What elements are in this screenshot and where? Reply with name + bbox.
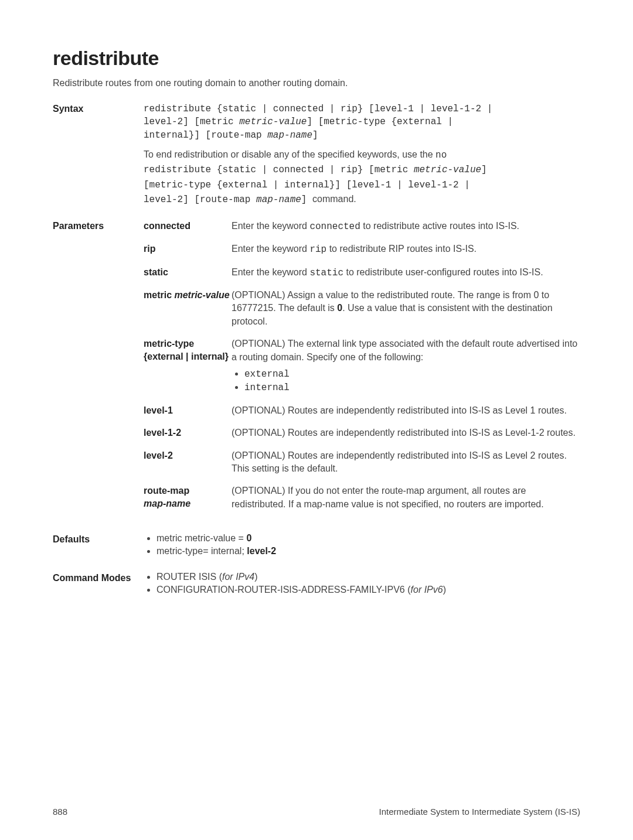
param-row: level-1-2 (OPTIONAL) Routes are independ… [144,426,580,439]
list-item: internal [244,381,580,394]
param-name: rip [144,243,232,255]
defaults-list: metric metric-value = 0 metric-type= int… [144,533,580,556]
list-item: external [244,367,580,381]
modes-list: ROUTER ISIS (for IPv4) CONFIGURATION-ROU… [144,572,580,595]
param-arg: metric-value [174,290,229,300]
text: (OPTIONAL) The external link type associ… [232,339,577,361]
page-footer: 888 Intermediate System to Intermediate … [53,807,580,817]
syntax-body: redistribute {static | connected | rip} … [144,103,580,207]
inline-code: ] [301,194,312,205]
text: Enter the keyword [232,267,309,277]
footer-title: Intermediate System to Intermediate Syst… [379,807,580,817]
inline-code: external [244,369,290,380]
syntax-arg: map-name [267,130,312,141]
syntax-line: ] [metric-type {external | [307,117,453,127]
param-name: metric-type {external | internal} [144,337,232,363]
page-number: 888 [53,807,67,817]
syntax-section: Syntax redistribute {static | connected … [53,103,580,207]
param-desc: (OPTIONAL) Routes are independently redi… [232,449,580,476]
text: to redistribute user-configured routes i… [343,267,543,277]
text: command. [312,194,356,204]
modes-body: ROUTER ISIS (for IPv4) CONFIGURATION-ROU… [144,572,580,597]
default-value: 0 [337,303,342,313]
default-value: 0 [246,533,251,543]
param-desc: Enter the keyword connected to redistrib… [232,220,580,233]
text: metric [144,290,174,300]
option-list: external internal [232,367,580,395]
list-item: metric metric-value = 0 [156,533,580,544]
text: Enter the keyword [232,221,309,231]
text: ) [443,585,446,595]
text: metric-type= internal; [156,546,247,556]
param-row: metric-type {external | internal} (OPTIO… [144,337,580,395]
syntax-line: level-2] [metric [144,117,239,127]
page-heading: redistribute [53,47,580,70]
text: to redistribute RIP routes into IS-IS. [326,244,477,254]
parameters-label: Parameters [53,220,144,231]
mode-context: for IPv4 [222,572,254,582]
param-name: static [144,266,232,279]
parameters-body: connected Enter the keyword connected to… [144,220,580,520]
param-name: metric metric-value [144,289,232,302]
param-desc: Enter the keyword static to redistribute… [232,266,580,279]
inline-code: internal [244,383,290,393]
text: Enter the keyword [232,244,309,254]
param-arg: map-name [144,498,190,508]
defaults-label: Defaults [53,533,144,545]
param-desc: (OPTIONAL) Routes are independently redi… [232,426,580,439]
param-name: level-2 [144,449,232,462]
param-name: route-map map-name [144,484,232,510]
syntax-line: ] [312,130,318,141]
syntax-line: internal}] [route-map [144,130,267,141]
inline-code: connected [309,221,360,232]
list-item: metric-type= internal; level-2 [156,546,580,556]
inline-code-arg: map-name [256,194,301,205]
mode-context: for IPv6 [411,585,443,595]
param-desc: (OPTIONAL) The external link type associ… [232,337,580,395]
inline-code: level-2] [route-map [144,194,256,205]
text: metric metric-value = [156,533,246,543]
default-value: level-2 [247,546,276,556]
param-desc: (OPTIONAL) Assign a value to the redistr… [232,289,580,328]
defaults-body: metric metric-value = 0 metric-type= int… [144,533,580,559]
list-item: ROUTER ISIS (for IPv4) [156,572,580,582]
param-row: level-2 (OPTIONAL) Routes are independen… [144,449,580,476]
list-item: CONFIGURATION-ROUTER-ISIS-ADDRESS-FAMILY… [156,585,580,595]
inline-code: rip [309,244,326,255]
syntax-label: Syntax [53,103,144,114]
text: ) [254,572,257,582]
param-row: rip Enter the keyword rip to redistribut… [144,243,580,256]
inline-code-arg: metric-value [414,165,481,175]
param-name: level-1-2 [144,426,232,439]
text: CONFIGURATION-ROUTER-ISIS-ADDRESS-FAMILY… [156,585,411,595]
modes-label: Command Modes [53,572,144,583]
param-desc: Enter the keyword rip to redistribute RI… [232,243,580,256]
inline-code: [metric-type {external | internal}] [lev… [144,180,470,190]
syntax-note: To end redistribution or disable any of … [144,148,580,207]
text: to redistribute active routes into IS-IS… [360,221,519,231]
modes-section: Command Modes ROUTER ISIS (for IPv4) CON… [53,572,580,597]
param-name: connected [144,220,232,233]
param-name: level-1 [144,404,232,417]
param-row: connected Enter the keyword connected to… [144,220,580,233]
param-row: level-1 (OPTIONAL) Routes are independen… [144,404,580,417]
syntax-arg: metric-value [239,117,307,127]
syntax-code-primary: redistribute {static | connected | rip} … [144,103,580,142]
intro-text: Redistribute routes from one routing dom… [53,78,580,88]
text: To end redistribution or disable any of … [144,149,435,159]
parameters-section: Parameters connected Enter the keyword c… [53,220,580,520]
inline-code: redistribute {static | connected | rip} … [144,165,414,175]
inline-code: no [435,150,447,161]
param-row: static Enter the keyword static to redis… [144,266,580,279]
param-desc: (OPTIONAL) If you do not enter the route… [232,484,580,511]
inline-code: static [309,268,343,278]
text: route-map [144,486,189,496]
param-desc: (OPTIONAL) Routes are independently redi… [232,404,580,417]
text: ROUTER ISIS ( [156,572,222,582]
syntax-line: redistribute {static | connected | rip} … [144,104,492,114]
param-row: route-map map-name (OPTIONAL) If you do … [144,484,580,511]
defaults-section: Defaults metric metric-value = 0 metric-… [53,533,580,559]
inline-code: ] [481,165,487,175]
param-row: metric metric-value (OPTIONAL) Assign a … [144,289,580,328]
